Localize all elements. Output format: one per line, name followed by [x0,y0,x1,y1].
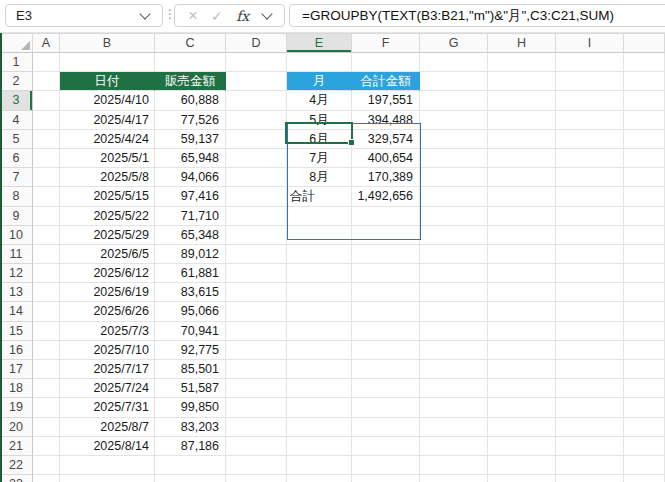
cell-H9[interactable] [488,207,556,226]
row-header-23[interactable]: 23 [0,475,33,482]
cell-J23[interactable] [624,475,665,482]
fill-handle[interactable] [348,139,355,146]
cell-H13[interactable] [488,283,556,302]
cell-F12[interactable] [352,264,420,283]
cell-C6[interactable]: 65,948 [155,149,226,168]
cell-I6[interactable] [556,149,624,168]
cell-F3[interactable]: 197,551 [352,91,420,110]
cell-F10[interactable] [352,226,420,245]
cell-B16[interactable]: 2025/7/10 [60,341,155,360]
cell-C21[interactable]: 87,186 [155,437,226,456]
cell-C2[interactable]: 販売金額 [155,72,226,91]
cell-I11[interactable] [556,245,624,264]
cell-F6[interactable]: 400,654 [352,149,420,168]
cell-I8[interactable] [556,187,624,206]
cell-F23[interactable] [352,475,420,482]
cell-H19[interactable] [488,398,556,417]
cell-F14[interactable] [352,302,420,321]
column-header-I[interactable]: I [556,34,624,53]
column-header-B[interactable]: B [60,34,155,53]
cell-C10[interactable]: 65,348 [155,226,226,245]
row-header-18[interactable]: 18 [0,379,33,398]
row-header-17[interactable]: 17 [0,360,33,379]
cell-J6[interactable] [624,149,665,168]
cell-J8[interactable] [624,187,665,206]
column-header-A[interactable]: A [33,34,60,53]
cell-E8[interactable]: 合計 [287,187,352,206]
cell-B8[interactable]: 2025/5/15 [60,187,155,206]
cell-B2[interactable]: 日付 [60,72,155,91]
cell-D3[interactable] [226,91,287,110]
cell-H22[interactable] [488,456,556,475]
cell-D11[interactable] [226,245,287,264]
cell-E14[interactable] [287,302,352,321]
cell-E1[interactable] [287,53,352,72]
cell-E23[interactable] [287,475,352,482]
cell-B15[interactable]: 2025/7/3 [60,322,155,341]
cell-G10[interactable] [420,226,488,245]
cell-C22[interactable] [155,456,226,475]
cell-H3[interactable] [488,91,556,110]
cell-F5[interactable]: 329,574 [352,130,420,149]
cell-A6[interactable] [33,149,60,168]
cell-D10[interactable] [226,226,287,245]
cell-C3[interactable]: 60,888 [155,91,226,110]
cell-A23[interactable] [33,475,60,482]
cell-G19[interactable] [420,398,488,417]
cell-E6[interactable]: 7月 [287,149,352,168]
cell-B7[interactable]: 2025/5/8 [60,168,155,187]
cell-C19[interactable]: 99,850 [155,398,226,417]
cell-A17[interactable] [33,360,60,379]
cell-J14[interactable] [624,302,665,321]
cell-A19[interactable] [33,398,60,417]
cell-D18[interactable] [226,379,287,398]
cell-E22[interactable] [287,456,352,475]
cell-I20[interactable] [556,418,624,437]
cell-D22[interactable] [226,456,287,475]
cell-I23[interactable] [556,475,624,482]
cell-B4[interactable]: 2025/4/17 [60,111,155,130]
cell-A2[interactable] [33,72,60,91]
cell-G4[interactable] [420,111,488,130]
cancel-icon[interactable]: × [188,8,197,24]
cell-H1[interactable] [488,53,556,72]
cell-G9[interactable] [420,207,488,226]
cell-J19[interactable] [624,398,665,417]
row-header-16[interactable]: 16 [0,341,33,360]
insert-function-icon[interactable]: fx [236,8,249,24]
column-header-F[interactable]: F [352,34,420,53]
cell-F19[interactable] [352,398,420,417]
cell-I10[interactable] [556,226,624,245]
column-header-partial[interactable] [624,34,665,53]
cell-I22[interactable] [556,456,624,475]
cell-F11[interactable] [352,245,420,264]
cell-B14[interactable]: 2025/6/26 [60,302,155,321]
cell-F20[interactable] [352,418,420,437]
cell-G12[interactable] [420,264,488,283]
cell-G6[interactable] [420,149,488,168]
cell-J13[interactable] [624,283,665,302]
cell-J20[interactable] [624,418,665,437]
cell-B12[interactable]: 2025/6/12 [60,264,155,283]
cell-I16[interactable] [556,341,624,360]
row-header-21[interactable]: 21 [0,437,33,456]
cell-E21[interactable] [287,437,352,456]
cell-B5[interactable]: 2025/4/24 [60,130,155,149]
cell-D23[interactable] [226,475,287,482]
cell-E10[interactable] [287,226,352,245]
row-header-19[interactable]: 19 [0,398,33,417]
cell-D4[interactable] [226,111,287,130]
cell-A20[interactable] [33,418,60,437]
name-box[interactable]: E3 [5,4,163,27]
cell-B18[interactable]: 2025/7/24 [60,379,155,398]
cell-G8[interactable] [420,187,488,206]
enter-icon[interactable]: ✓ [211,9,223,23]
cell-A14[interactable] [33,302,60,321]
cell-D2[interactable] [226,72,287,91]
cell-J22[interactable] [624,456,665,475]
cell-B10[interactable]: 2025/5/29 [60,226,155,245]
row-header-8[interactable]: 8 [0,187,33,206]
row-header-15[interactable]: 15 [0,322,33,341]
cell-G15[interactable] [420,322,488,341]
cell-H21[interactable] [488,437,556,456]
